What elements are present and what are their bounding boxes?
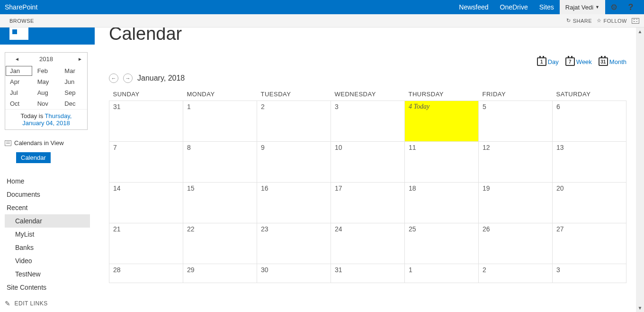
day-cell[interactable]: 5 (479, 101, 553, 142)
day-cell[interactable]: 3 (553, 264, 626, 283)
focus-icon[interactable]: ⛶ (632, 18, 639, 24)
dow-mon: MONDAY (183, 88, 257, 101)
day-cell[interactable]: 6 (553, 101, 626, 142)
calendars-in-view: Calendars in View (5, 139, 90, 147)
mini-next-year[interactable]: ► (78, 56, 82, 62)
edit-links[interactable]: ✎ EDIT LINKS (5, 300, 90, 307)
view-switch: 1 Day 7 Week 31 Month (109, 57, 626, 66)
today-label: Today (412, 103, 429, 110)
day-cell[interactable]: 27 (553, 223, 626, 264)
week-icon: 7 (565, 57, 575, 66)
mini-month-mar[interactable]: Mar (60, 65, 87, 76)
logo-icon (9, 28, 28, 40)
day-cell[interactable]: 25 (405, 223, 479, 264)
mini-today: Today is Thursday, January 04, 2018 (5, 109, 87, 129)
dow-fri: FRIDAY (479, 88, 553, 101)
mini-month-oct[interactable]: Oct (5, 98, 33, 109)
nav-home[interactable]: Home (5, 174, 90, 188)
mini-month-nov[interactable]: Nov (33, 98, 60, 109)
day-cell[interactable]: 7 (109, 142, 183, 183)
next-month[interactable]: → (123, 73, 133, 83)
share-icon: ↻ (566, 18, 571, 24)
follow-button[interactable]: ☆ FOLLOW (597, 18, 627, 24)
mini-month-aug[interactable]: Aug (33, 87, 60, 98)
day-cell[interactable]: 1 (405, 264, 479, 283)
day-cell[interactable]: 18 (405, 183, 479, 223)
mini-month-dec[interactable]: Dec (60, 98, 87, 109)
day-cell[interactable]: 9 (257, 142, 331, 183)
day-cell[interactable]: 22 (183, 223, 257, 264)
prev-month[interactable]: ← (109, 73, 118, 83)
suite-brand[interactable]: SharePoint (5, 3, 37, 11)
day-cell[interactable]: 19 (479, 183, 553, 223)
mini-month-jun[interactable]: Jun (60, 76, 87, 87)
mini-month-jul[interactable]: Jul (5, 87, 33, 98)
nav-newsfeed[interactable]: Newsfeed (453, 0, 494, 14)
calendar-list-icon (5, 140, 11, 146)
overlay-chip-calendar[interactable]: Calendar (16, 152, 51, 163)
day-cell[interactable]: 2 (479, 264, 553, 283)
vertical-scrollbar[interactable]: ▲ ▼ (636, 28, 644, 312)
day-cell[interactable]: 29 (183, 264, 257, 283)
day-cell[interactable]: 24 (331, 223, 405, 264)
user-menu[interactable]: Rajat Vedi ▼ (560, 0, 605, 14)
nav-sub-calendar[interactable]: Calendar (5, 214, 90, 228)
day-cell[interactable]: 10 (331, 142, 405, 183)
suite-links: Newsfeed OneDrive Sites Rajat Vedi ▼ ⚙ ? (453, 0, 639, 14)
day-cell[interactable]: 26 (479, 223, 553, 264)
mini-prev-year[interactable]: ◄ (10, 56, 105, 62)
main-content: Calendar 1 Day 7 Week 31 Month ← → Janua… (95, 28, 636, 312)
mini-month-feb[interactable]: Feb (33, 65, 60, 76)
site-logo[interactable] (0, 28, 95, 45)
nav-sites[interactable]: Sites (534, 0, 560, 14)
mini-month-sep[interactable]: Sep (60, 87, 87, 98)
day-cell[interactable]: 28 (109, 264, 183, 283)
view-day-label: Day (548, 58, 559, 65)
nav-sub-testnew[interactable]: TestNew (5, 267, 90, 281)
day-cell[interactable]: 16 (257, 183, 331, 223)
day-cell[interactable]: 20 (553, 183, 626, 223)
mini-month-apr[interactable]: Apr (5, 76, 33, 87)
page-body: ◄ 2018 ► Jan Feb Mar Apr May Jun Jul Aug… (0, 28, 644, 312)
day-cell[interactable]: 12 (479, 142, 553, 183)
scroll-down-icon[interactable]: ▼ (636, 304, 644, 312)
nav-site-contents[interactable]: Site Contents (5, 281, 90, 294)
nav-sub-video[interactable]: Video (5, 254, 90, 267)
ribbon-actions: ↻ SHARE ☆ FOLLOW ⛶ (566, 18, 639, 24)
day-cell[interactable]: 23 (257, 223, 331, 264)
day-cell[interactable]: 30 (257, 264, 331, 283)
mini-month-grid: Jan Feb Mar Apr May Jun Jul Aug Sep Oct … (5, 65, 87, 109)
day-cell[interactable]: 1 (183, 101, 257, 142)
day-cell[interactable]: 3 (331, 101, 405, 142)
nav-recent[interactable]: Recent (5, 201, 90, 214)
nav-onedrive[interactable]: OneDrive (494, 0, 534, 14)
day-cell[interactable]: 2 (257, 101, 331, 142)
day-cell-today[interactable]: 4 Today (405, 101, 479, 142)
help-icon[interactable]: ? (622, 0, 639, 14)
civ-label: Calendars in View (14, 139, 64, 147)
ribbon-tab-browse[interactable]: BROWSE (5, 15, 39, 27)
day-cell[interactable]: 13 (553, 142, 626, 183)
day-cell[interactable]: 17 (331, 183, 405, 223)
left-panel: ◄ 2018 ► Jan Feb Mar Apr May Jun Jul Aug… (0, 28, 95, 312)
mini-month-jan[interactable]: Jan (5, 65, 33, 76)
dow-sun: SUNDAY (109, 88, 183, 101)
scroll-up-icon[interactable]: ▲ (636, 28, 644, 36)
day-cell[interactable]: 31 (331, 264, 405, 283)
nav-documents[interactable]: Documents (5, 188, 90, 201)
day-cell[interactable]: 21 (109, 223, 183, 264)
day-cell[interactable]: 11 (405, 142, 479, 183)
nav-sub-banks[interactable]: Banks (5, 241, 90, 254)
gear-icon[interactable]: ⚙ (605, 0, 622, 14)
day-cell[interactable]: 8 (183, 142, 257, 183)
day-cell[interactable]: 15 (183, 183, 257, 223)
view-week[interactable]: 7 Week (565, 57, 592, 66)
view-month[interactable]: 31 Month (599, 57, 626, 66)
day-cell[interactable]: 31 (109, 101, 183, 142)
mini-month-may[interactable]: May (33, 76, 60, 87)
share-button[interactable]: ↻ SHARE (566, 18, 592, 24)
day-cell[interactable]: 14 (109, 183, 183, 223)
page-title: Calendar (109, 28, 626, 44)
nav-sub-mylist[interactable]: MyList (5, 228, 90, 241)
view-day[interactable]: 1 Day (537, 57, 559, 66)
